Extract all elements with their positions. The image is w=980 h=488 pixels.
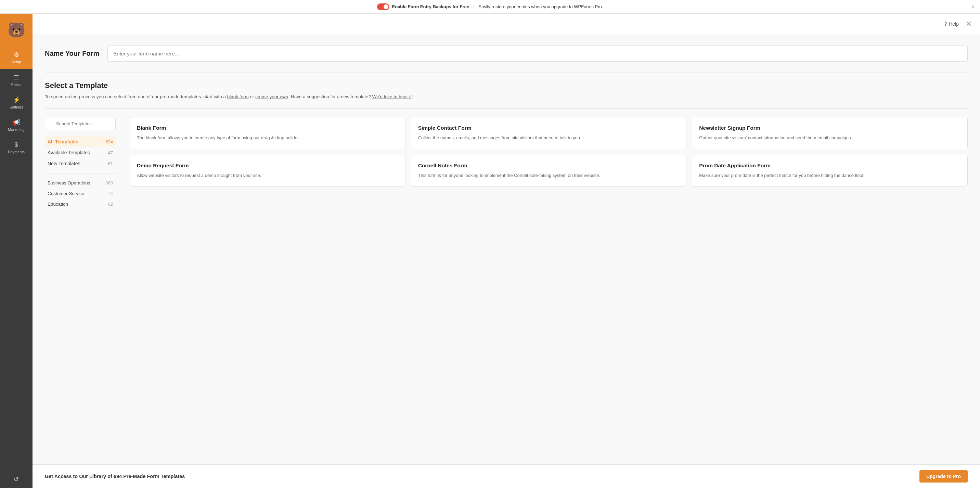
filter-new-templates[interactable]: New Templates 61: [45, 158, 116, 169]
filter-customer-service[interactable]: Customer Service 74: [45, 188, 116, 199]
filter-customer-count: 74: [108, 191, 113, 196]
form-name-section: Name Your Form: [45, 45, 968, 62]
template-card-title: Simple Contact Form: [418, 125, 679, 131]
fields-icon: ☰: [14, 73, 19, 81]
filter-education[interactable]: Education 62: [45, 199, 116, 210]
content-area: Name Your Form Select a Template To spee…: [32, 34, 980, 464]
filter-education-label: Education: [48, 202, 68, 207]
filter-available-count: 47: [108, 150, 113, 155]
template-card-desc: Allow website visitors to request a demo…: [137, 172, 398, 179]
template-card-simple-contact-form[interactable]: Simple Contact Form Collect the names, e…: [411, 117, 687, 149]
notification-separator: |: [473, 4, 474, 9]
desc-suffix: . Have a suggestion for a new template?: [288, 94, 372, 99]
template-card-prom-date-application-form[interactable]: Prom Date Application Form Make sure you…: [692, 155, 968, 187]
sidebar-label-payments: Payments: [8, 150, 25, 154]
marketing-icon: 📢: [13, 119, 20, 126]
select-template-title: Select a Template: [45, 81, 968, 90]
setup-icon: ⚙: [14, 51, 19, 59]
upgrade-button[interactable]: Upgrade to Pro: [920, 470, 968, 483]
notification-bold-text: Enable Form Entry Backups for Free: [392, 4, 469, 9]
template-card-blank-form[interactable]: Blank Form The blank form allows you to …: [130, 117, 406, 149]
template-card-title: Demo Request Form: [137, 162, 398, 169]
form-name-input[interactable]: [107, 45, 968, 62]
template-card-title: Prom Date Application Form: [699, 162, 961, 169]
sidebar-item-setup[interactable]: ⚙ Setup: [0, 46, 32, 69]
sidebar: 🐻 ⚙ Setup ☰ Fields ⚡ Settings 📢 Marketin…: [0, 14, 32, 488]
template-selector: 🔍 All Templates 694 Available Templates …: [45, 108, 968, 218]
backup-toggle[interactable]: [377, 3, 390, 10]
filter-all-count: 694: [105, 139, 113, 145]
filter-business-label: Business Operations: [48, 180, 90, 186]
form-divider: [45, 73, 968, 73]
help-button[interactable]: ? Help: [944, 21, 959, 27]
notification-description: Easily restore your entries when you upg…: [478, 4, 603, 9]
sidebar-item-revisions[interactable]: ↺: [0, 471, 32, 488]
revisions-icon: ↺: [14, 476, 19, 483]
search-wrapper: 🔍: [45, 117, 116, 130]
template-card-title: Newsletter Signup Form: [699, 125, 961, 131]
help-label: Help: [949, 21, 959, 27]
template-card-desc: Make sure your prom date is the perfect …: [699, 172, 961, 179]
filter-all-templates[interactable]: All Templates 694: [45, 136, 116, 147]
promo-text: Get Access to Our Library of 694 Pre-Mad…: [45, 474, 185, 479]
template-card-title: Blank Form: [137, 125, 398, 131]
blank-form-link[interactable]: blank form: [227, 94, 249, 99]
template-card-demo-request-form[interactable]: Demo Request Form Allow website visitors…: [130, 155, 406, 187]
sidebar-label-marketing: Marketing: [8, 128, 24, 132]
notification-bar: Enable Form Entry Backups for Free | Eas…: [0, 0, 980, 14]
filter-customer-label: Customer Service: [48, 191, 84, 196]
sidebar-item-marketing[interactable]: 📢 Marketing: [0, 114, 32, 137]
select-template-description: To speed up the process you can select f…: [45, 94, 968, 100]
main-header: ? Help ✕: [32, 14, 980, 34]
sidebar-label-fields: Fields: [11, 83, 21, 87]
template-card-desc: The blank form allows you to create any …: [137, 135, 398, 141]
filter-business-count: 368: [105, 180, 113, 186]
sidebar-item-settings[interactable]: ⚡ Settings: [0, 91, 32, 114]
template-grid: Blank Form The blank form allows you to …: [120, 109, 968, 218]
desc-end: !: [412, 94, 413, 99]
template-card-desc: This form is for anyone looking to imple…: [418, 172, 679, 179]
desc-middle: or: [249, 94, 256, 99]
filter-available-templates[interactable]: Available Templates 47: [45, 147, 116, 158]
template-card-desc: Gather your site visitors' contact infor…: [699, 135, 961, 141]
filter-new-label: New Templates: [48, 161, 80, 166]
template-card-newsletter-signup-form[interactable]: Newsletter Signup Form Gather your site …: [692, 117, 968, 149]
filter-new-count: 61: [108, 161, 113, 166]
sidebar-item-payments[interactable]: $ Payments: [0, 137, 32, 159]
promo-bar: Get Access to Our Library of 694 Pre-Mad…: [32, 464, 980, 488]
wpforms-logo-icon: 🐻: [8, 22, 25, 38]
template-card-desc: Collect the names, emails, and messages …: [418, 135, 679, 141]
filter-all-label: All Templates: [48, 139, 78, 145]
close-button[interactable]: ✕: [966, 19, 972, 29]
filter-panel: 🔍 All Templates 694 Available Templates …: [45, 109, 120, 218]
help-icon: ?: [944, 21, 947, 27]
template-card-title: Cornell Notes Form: [418, 162, 679, 169]
template-card-cornell-notes-form[interactable]: Cornell Notes Form This form is for anyo…: [411, 155, 687, 187]
filter-divider: [45, 173, 116, 173]
filter-education-count: 62: [108, 202, 113, 207]
filter-business-operations[interactable]: Business Operations 368: [45, 178, 116, 188]
notification-content: Enable Form Entry Backups for Free | Eas…: [377, 3, 603, 10]
desc-prefix: To speed up the process you can select f…: [45, 94, 227, 99]
notification-close-button[interactable]: ×: [972, 4, 975, 10]
search-input[interactable]: [45, 117, 116, 130]
settings-icon: ⚡: [13, 96, 20, 104]
payments-icon: $: [14, 141, 18, 148]
sidebar-logo: 🐻: [0, 14, 32, 46]
suggestion-link[interactable]: We'd love to hear it: [372, 94, 412, 99]
app-container: 🐻 ⚙ Setup ☰ Fields ⚡ Settings 📢 Marketin…: [0, 14, 980, 488]
sidebar-bottom: ↺: [0, 471, 32, 488]
sidebar-label-setup: Setup: [11, 60, 21, 64]
filter-available-label: Available Templates: [48, 150, 90, 155]
main-wrapper: ? Help ✕ Name Your Form Select a Templat…: [32, 14, 980, 488]
sidebar-label-settings: Settings: [10, 105, 23, 109]
sidebar-item-fields[interactable]: ☰ Fields: [0, 69, 32, 91]
create-own-link[interactable]: create your own: [255, 94, 288, 99]
form-name-label: Name Your Form: [45, 49, 99, 57]
